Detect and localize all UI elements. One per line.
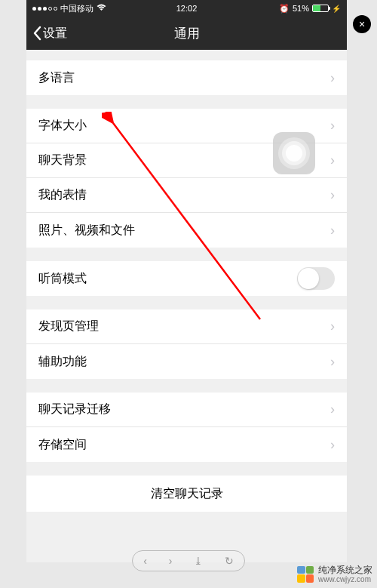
chevron-right-icon: ›	[330, 152, 335, 168]
assistive-touch-button[interactable]	[273, 132, 315, 174]
row-label: 照片、视频和文件	[38, 223, 135, 239]
download-button[interactable]: ⤓	[194, 555, 203, 567]
row-earpiece-mode[interactable]: 听筒模式	[26, 261, 347, 296]
chevron-right-icon: ›	[330, 223, 335, 239]
row-label: 听筒模式	[38, 271, 87, 287]
clear-chat-button[interactable]: 清空聊天记录	[26, 476, 347, 512]
nav-bar: 设置 通用	[26, 17, 347, 50]
status-bar: 中国移动 12:02 ⏰ 51% ⚡	[26, 0, 347, 17]
row-label: 字体大小	[38, 118, 87, 134]
watermark: 纯净系统之家 www.cwjyz.com	[297, 565, 372, 583]
row-label: 多语言	[38, 70, 75, 86]
chevron-right-icon: ›	[330, 437, 335, 453]
earpiece-toggle[interactable]	[297, 267, 335, 290]
phone-screen: 中国移动 12:02 ⏰ 51% ⚡ 设置 通用 多语言 ›	[26, 0, 347, 562]
section-language: 多语言 ›	[26, 60, 347, 95]
section-storage: 聊天记录迁移 › 存储空间 ›	[26, 393, 347, 462]
section-features: 发现页管理 › 辅助功能 ›	[26, 309, 347, 379]
watermark-name: 纯净系统之家	[318, 565, 372, 575]
row-label: 聊天记录迁移	[38, 402, 111, 417]
chevron-left-icon	[32, 26, 41, 41]
back-label: 设置	[43, 26, 67, 42]
rotate-button[interactable]: ↻	[225, 555, 234, 567]
chevron-right-icon: ›	[330, 402, 335, 417]
alarm-icon: ⏰	[279, 4, 290, 14]
row-media-files[interactable]: 照片、视频和文件 ›	[26, 213, 347, 248]
row-discover-manage[interactable]: 发现页管理 ›	[26, 309, 347, 344]
wifi-icon	[97, 4, 106, 13]
battery-icon	[312, 5, 329, 12]
row-label: 发现页管理	[38, 319, 99, 334]
next-button[interactable]: ›	[169, 555, 173, 567]
chevron-right-icon: ›	[330, 354, 335, 370]
row-label: 我的表情	[38, 187, 87, 203]
row-label: 存储空间	[38, 437, 87, 453]
row-label: 辅助功能	[38, 354, 87, 370]
section-display: 字体大小 › 聊天背景 › 我的表情 › 照片、视频和文件 ›	[26, 109, 347, 248]
signal-icon	[32, 7, 57, 11]
chevron-right-icon: ›	[330, 319, 335, 334]
status-time: 12:02	[176, 4, 198, 13]
overlay-close-button[interactable]: ×	[353, 15, 371, 33]
image-viewer-toolbar: ‹ › ⤓ ↻	[132, 550, 245, 571]
watermark-url: www.cwjyz.com	[318, 575, 372, 583]
page-title: 通用	[174, 25, 200, 42]
watermark-logo-icon	[297, 566, 314, 583]
close-icon: ×	[359, 18, 365, 30]
row-storage[interactable]: 存储空间 ›	[26, 427, 347, 462]
chevron-right-icon: ›	[330, 187, 335, 203]
row-stickers[interactable]: 我的表情 ›	[26, 178, 347, 213]
row-accessibility[interactable]: 辅助功能 ›	[26, 344, 347, 379]
row-label: 聊天背景	[38, 152, 87, 168]
charging-icon: ⚡	[332, 5, 341, 13]
clear-chat-label: 清空聊天记录	[151, 486, 223, 502]
section-audio: 听筒模式	[26, 261, 347, 296]
chevron-right-icon: ›	[330, 70, 335, 86]
row-chat-migrate[interactable]: 聊天记录迁移 ›	[26, 393, 347, 427]
chevron-right-icon: ›	[330, 118, 335, 134]
toggle-knob	[298, 268, 319, 289]
battery-percent: 51%	[293, 4, 309, 13]
carrier-label: 中国移动	[60, 3, 93, 14]
row-language[interactable]: 多语言 ›	[26, 60, 347, 95]
back-button[interactable]: 设置	[26, 26, 67, 42]
settings-content: 多语言 › 字体大小 › 聊天背景 › 我的表情 › 照片、视频和文件 ›	[26, 60, 347, 512]
prev-button[interactable]: ‹	[143, 555, 147, 567]
